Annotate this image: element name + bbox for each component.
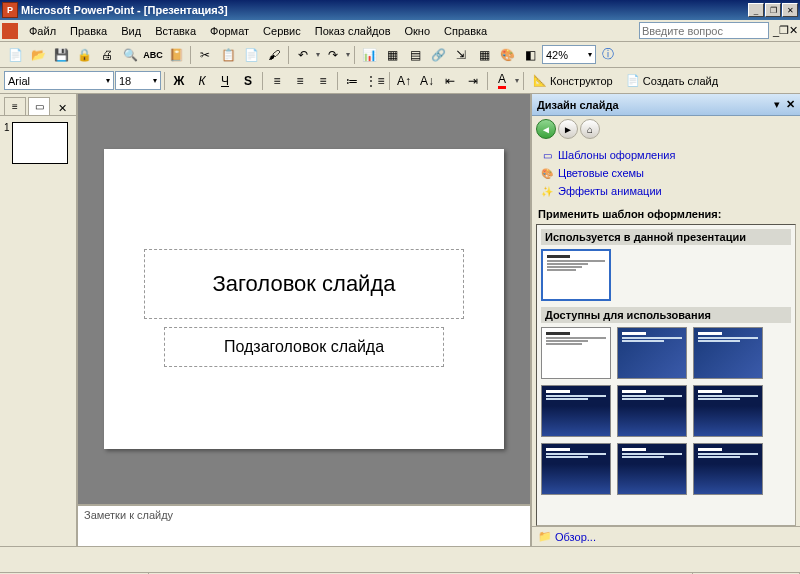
design-template[interactable]	[541, 385, 611, 437]
help-icon[interactable]: ⓘ	[597, 44, 619, 66]
design-template[interactable]	[541, 443, 611, 495]
design-template[interactable]	[541, 327, 611, 379]
design-template[interactable]	[693, 443, 763, 495]
design-template[interactable]	[693, 327, 763, 379]
align-right-icon[interactable]: ≡	[312, 70, 334, 92]
notes-pane[interactable]: Заметки к слайду	[78, 504, 530, 546]
available-label: Доступны для использования	[541, 307, 791, 323]
outline-tab[interactable]: ≡	[4, 97, 26, 115]
thumb-preview	[12, 122, 68, 164]
slide-panel: ≡ ▭ ✕ 1	[0, 94, 78, 546]
link-colors[interactable]: 🎨Цветовые схемы	[540, 164, 792, 182]
slide-editor[interactable]: Заголовок слайда Подзаголовок слайда	[78, 94, 530, 504]
menu-file[interactable]: Файл	[22, 23, 63, 39]
menu-window[interactable]: Окно	[398, 23, 438, 39]
titlebar: P Microsoft PowerPoint - [Презентация3] …	[0, 0, 800, 20]
save-icon[interactable]: 💾	[50, 44, 72, 66]
copy-icon[interactable]: 📋	[217, 44, 239, 66]
grid-icon[interactable]: ▦	[473, 44, 495, 66]
forward-icon[interactable]: ►	[558, 119, 578, 139]
menu-tools[interactable]: Сервис	[256, 23, 308, 39]
design-template[interactable]	[617, 385, 687, 437]
link-templates[interactable]: ▭Шаблоны оформления	[540, 146, 792, 164]
apply-template-label: Применить шаблон оформления:	[532, 204, 800, 224]
new-slide-button[interactable]: 📄 Создать слайд	[620, 70, 724, 92]
design-template[interactable]	[617, 443, 687, 495]
chart-icon[interactable]: 📊	[358, 44, 380, 66]
bullets-icon[interactable]: ⋮≡	[364, 70, 386, 92]
spelling-icon[interactable]: ABC	[142, 44, 164, 66]
zoom-combo[interactable]: 42%▾	[542, 45, 596, 64]
minimize-button[interactable]: _	[748, 3, 764, 17]
hyperlink-icon[interactable]: 🔗	[427, 44, 449, 66]
designer-button[interactable]: 📐 Конструктор	[527, 70, 619, 92]
tables-borders-icon[interactable]: ▤	[404, 44, 426, 66]
slide-thumbnail[interactable]: 1	[4, 122, 72, 164]
align-center-icon[interactable]: ≡	[289, 70, 311, 92]
preview-icon[interactable]: 🔍	[119, 44, 141, 66]
redo-icon[interactable]: ↷	[322, 44, 344, 66]
grayscale-icon[interactable]: ◧	[519, 44, 541, 66]
open-icon[interactable]: 📂	[27, 44, 49, 66]
shadow-icon[interactable]: S	[237, 70, 259, 92]
color-icon[interactable]: 🎨	[496, 44, 518, 66]
print-icon[interactable]: 🖨	[96, 44, 118, 66]
menu-help[interactable]: Справка	[437, 23, 494, 39]
cut-icon[interactable]: ✂	[194, 44, 216, 66]
underline-icon[interactable]: Ч	[214, 70, 236, 92]
font-name-combo[interactable]: Arial▾	[4, 71, 114, 90]
doc-icon[interactable]	[2, 23, 18, 39]
close-button[interactable]: ✕	[782, 3, 798, 17]
task-pane: Дизайн слайда ▾ ✕ ◄ ► ⌂ ▭Шаблоны оформле…	[530, 94, 800, 546]
slide-number: 1	[4, 122, 10, 164]
doc-restore-button[interactable]: ❐	[779, 24, 789, 37]
restore-button[interactable]: ❐	[765, 3, 781, 17]
panel-close-icon[interactable]: ✕	[58, 102, 67, 115]
font-size-combo[interactable]: 18▾	[115, 71, 161, 90]
format-painter-icon[interactable]: 🖌	[263, 44, 285, 66]
bold-icon[interactable]: Ж	[168, 70, 190, 92]
taskpane-header: Дизайн слайда ▾ ✕	[532, 94, 800, 116]
increase-indent-icon[interactable]: ⇥	[462, 70, 484, 92]
menu-slideshow[interactable]: Показ слайдов	[308, 23, 398, 39]
doc-close-button[interactable]: ✕	[789, 24, 798, 37]
subtitle-placeholder[interactable]: Подзаголовок слайда	[164, 327, 444, 367]
design-template[interactable]	[693, 385, 763, 437]
title-placeholder[interactable]: Заголовок слайда	[144, 249, 464, 319]
window-title: Microsoft PowerPoint - [Презентация3]	[21, 4, 748, 16]
menu-view[interactable]: Вид	[114, 23, 148, 39]
back-icon[interactable]: ◄	[536, 119, 556, 139]
expand-icon[interactable]: ⇲	[450, 44, 472, 66]
design-template[interactable]	[617, 327, 687, 379]
slide-canvas[interactable]: Заголовок слайда Подзаголовок слайда	[104, 149, 504, 449]
decrease-font-icon[interactable]: A↓	[416, 70, 438, 92]
design-templates-list[interactable]: Используется в данной презентации Доступ…	[536, 224, 796, 526]
used-in-presentation-label: Используется в данной презентации	[541, 229, 791, 245]
home-icon[interactable]: ⌂	[580, 119, 600, 139]
menu-insert[interactable]: Вставка	[148, 23, 203, 39]
numbering-icon[interactable]: ≔	[341, 70, 363, 92]
browse-link[interactable]: 📁 Обзор...	[532, 526, 800, 546]
align-left-icon[interactable]: ≡	[266, 70, 288, 92]
drawing-toolbar	[0, 546, 800, 572]
standard-toolbar: 📄 📂 💾 🔒 🖨 🔍 ABC 📔 ✂ 📋 📄 🖌 ↶▾ ↷▾ 📊 ▦ ▤ 🔗 …	[0, 42, 800, 68]
design-template-current[interactable]	[541, 249, 611, 301]
decrease-indent-icon[interactable]: ⇤	[439, 70, 461, 92]
taskpane-close-icon[interactable]: ✕	[786, 98, 795, 111]
font-color-icon[interactable]: A	[491, 70, 513, 92]
link-animation[interactable]: ✨Эффекты анимации	[540, 182, 792, 200]
increase-font-icon[interactable]: A↑	[393, 70, 415, 92]
new-icon[interactable]: 📄	[4, 44, 26, 66]
table-icon[interactable]: ▦	[381, 44, 403, 66]
permission-icon[interactable]: 🔒	[73, 44, 95, 66]
slides-tab[interactable]: ▭	[28, 97, 50, 115]
undo-icon[interactable]: ↶	[292, 44, 314, 66]
italic-icon[interactable]: К	[191, 70, 213, 92]
menubar: Файл Правка Вид Вставка Формат Сервис По…	[0, 20, 800, 42]
help-search-input[interactable]	[639, 22, 769, 39]
menu-edit[interactable]: Правка	[63, 23, 114, 39]
paste-icon[interactable]: 📄	[240, 44, 262, 66]
research-icon[interactable]: 📔	[165, 44, 187, 66]
menu-format[interactable]: Формат	[203, 23, 256, 39]
app-icon: P	[2, 2, 18, 18]
